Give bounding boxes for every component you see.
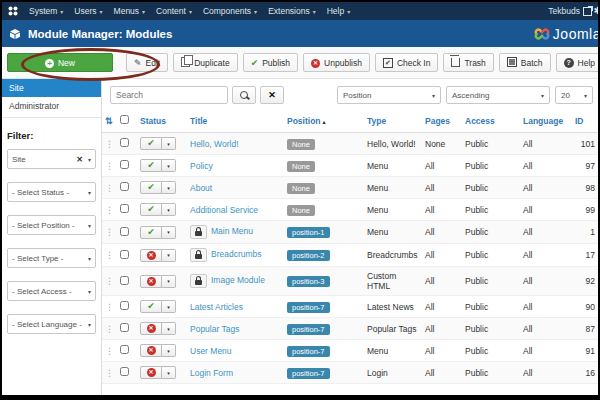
module-title-link[interactable]: Login Form [190,368,233,378]
toolbar-button-new[interactable]: +New [7,53,113,72]
status-dropdown-caret[interactable]: ▾ [162,366,176,379]
search-button[interactable] [232,86,256,104]
module-title-link[interactable]: Latest Articles [190,302,243,312]
unpublish-status-button[interactable]: ✕ [140,344,162,357]
filter-select-position[interactable]: - Select Position -▾ [7,215,96,235]
toolbar-button-duplicate[interactable]: Duplicate [173,53,237,72]
toolbar-button-edit[interactable]: ✎Edit [126,53,168,72]
column-header-language[interactable]: Language [520,109,572,133]
page-limit-select[interactable]: 20 ▾ [555,86,593,104]
drag-handle[interactable]: ⋮ [102,177,117,199]
filter-select-access[interactable]: - Select Access -▾ [7,281,96,301]
status-dropdown-caret[interactable]: ▾ [162,300,176,313]
column-header-id[interactable]: ID [572,109,598,133]
row-checkbox[interactable] [120,276,129,285]
column-header-position[interactable]: Position▴ [284,109,364,133]
row-checkbox[interactable] [120,367,129,376]
clear-search-button[interactable]: ✕ [260,86,284,104]
toolbar-button-help[interactable]: ?Help [556,53,600,72]
sort-field-select[interactable]: Position ▾ [337,86,441,104]
filter-select-language[interactable]: - Select Language -▾ [7,314,96,334]
row-checkbox[interactable] [120,250,129,259]
module-title-link[interactable]: Image Module [211,275,265,285]
publish-status-button[interactable]: ✔ [140,137,162,150]
drag-handle[interactable]: ⋮ [102,221,117,244]
unpublish-status-button[interactable]: ✕ [140,366,162,379]
toolbar-button-batch[interactable]: Batch [499,53,551,72]
publish-status-button[interactable]: ✔ [140,181,162,194]
drag-handle[interactable]: ⋮ [102,318,117,340]
drag-handle[interactable]: ⋮ [102,362,117,384]
column-header-type[interactable]: Type [364,109,422,133]
table-row: ⋮✕▾User Menuposition-7MenuAllPublicAll91 [102,340,598,362]
drag-handle[interactable]: ⋮ [102,296,117,318]
sort-direction-select[interactable]: Ascending ▾ [446,86,550,104]
toolbar-button-check-in[interactable]: ✔Check In [375,53,439,72]
status-dropdown-caret[interactable]: ▾ [162,249,176,262]
module-title-link[interactable]: Hello, World! [190,139,239,149]
select-all-header[interactable] [117,109,137,133]
unpublish-status-button[interactable]: ✕ [140,275,162,288]
unpublish-status-button[interactable]: ✕ [140,249,162,262]
unpublish-status-button[interactable]: ✕ [140,322,162,335]
toolbar-button-publish[interactable]: ✔Publish [243,53,298,72]
row-checkbox[interactable] [120,204,129,213]
drag-handle[interactable]: ⋮ [102,244,117,267]
module-title-link[interactable]: Main Menu [211,226,253,236]
row-checkbox[interactable] [120,227,129,236]
menu-item-components[interactable]: Components▾ [203,6,257,16]
module-title-link[interactable]: Popular Tags [190,324,239,334]
status-dropdown-caret[interactable]: ▾ [162,226,176,239]
status-dropdown-caret[interactable]: ▾ [162,159,176,172]
row-checkbox[interactable] [120,182,129,191]
row-checkbox[interactable] [120,323,129,332]
status-dropdown-caret[interactable]: ▾ [162,203,176,216]
toolbar-button-unpublish[interactable]: ✕Unpublish [303,53,370,72]
publish-status-button[interactable]: ✔ [140,300,162,313]
menu-item-content[interactable]: Content▾ [156,6,192,16]
status-dropdown-caret[interactable]: ▾ [162,181,176,194]
filter-select-client[interactable]: Site✕▾ [7,149,96,169]
row-checkbox[interactable] [120,345,129,354]
row-checkbox[interactable] [120,160,129,169]
status-dropdown-caret[interactable]: ▾ [162,344,176,357]
menu-item-menus[interactable]: Menus▾ [114,6,146,16]
search-input[interactable] [110,86,228,104]
module-title-link[interactable]: About [190,183,212,193]
drag-handle[interactable]: ⋮ [102,199,117,221]
column-header-pages[interactable]: Pages [422,109,462,133]
drag-handle[interactable]: ⋮ [102,340,117,362]
drag-handle[interactable]: ⋮ [102,133,117,155]
menu-item-system[interactable]: System▾ [29,6,63,16]
sidebar-tab-site[interactable]: Site [2,79,101,97]
publish-status-button[interactable]: ✔ [140,226,162,239]
publish-status-button[interactable]: ✔ [140,159,162,172]
filter-select-status[interactable]: - Select Status -▾ [7,182,96,202]
filter-select-type[interactable]: - Select Type -▾ [7,248,96,268]
row-checkbox[interactable] [120,301,129,310]
sidebar-tab-administrator[interactable]: Administrator [2,97,101,115]
publish-status-button[interactable]: ✔ [140,203,162,216]
module-title-link[interactable]: Breadcrumbs [211,249,262,259]
row-checkbox[interactable] [120,138,129,147]
module-title-link[interactable]: Additional Service [190,205,258,215]
toolbar-button-trash[interactable]: Trash [443,53,493,72]
menu-item-extensions[interactable]: Extensions▾ [268,6,316,16]
status-dropdown-caret[interactable]: ▾ [162,275,176,288]
module-title-link[interactable]: User Menu [190,346,232,356]
ordering-column-header[interactable]: ⇅ [102,109,117,133]
select-all-checkbox[interactable] [120,115,129,124]
column-header-status[interactable]: Status [137,109,187,133]
drag-handle[interactable]: ⋮ [102,267,117,296]
clear-filter-icon[interactable]: ✕ [76,155,83,164]
status-dropdown-caret[interactable]: ▾ [162,322,176,335]
status-dropdown-caret[interactable]: ▾ [162,137,176,150]
gear-icon[interactable]: ✱ [594,5,600,16]
column-header-access[interactable]: Access [462,109,520,133]
column-header-title[interactable]: Title [187,109,284,133]
user-menu[interactable]: Tekbuds [548,6,592,16]
menu-item-help[interactable]: Help▾ [327,6,351,16]
drag-handle[interactable]: ⋮ [102,155,117,177]
module-title-link[interactable]: Policy [190,161,213,171]
menu-item-users[interactable]: Users▾ [74,6,102,16]
